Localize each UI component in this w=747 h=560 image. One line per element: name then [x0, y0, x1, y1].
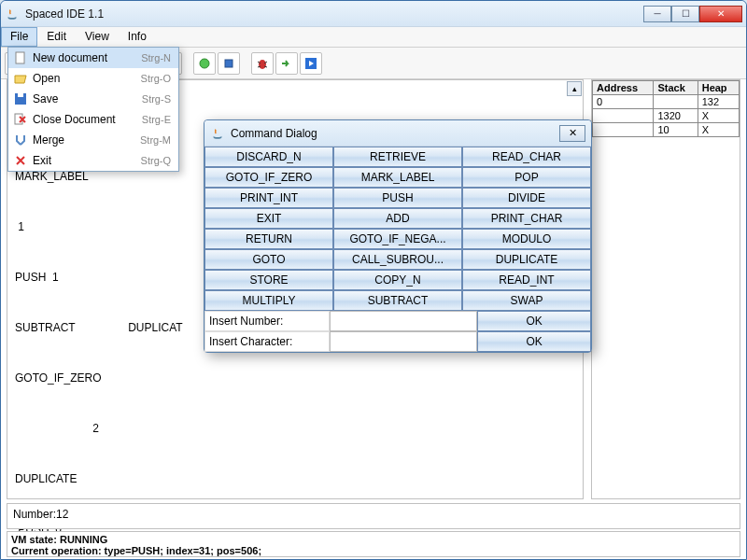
- merge-icon: [12, 133, 29, 147]
- menu-item-label: Open: [29, 72, 141, 85]
- table-row: 10X: [593, 123, 740, 137]
- status-vm-state: VM state: RUNNING: [11, 534, 736, 545]
- insert-character-label: Insert Character:: [204, 331, 330, 352]
- cmd-pop-button[interactable]: POP: [462, 167, 591, 188]
- save-icon: [12, 92, 29, 105]
- insert-character-input[interactable]: [330, 331, 477, 352]
- titlebar[interactable]: Spaced IDE 1.1 ─ ☐ ✕: [1, 1, 746, 27]
- cmd-duplicate-button[interactable]: DUPLICATE: [462, 249, 591, 270]
- mem-header-heap[interactable]: Heap: [698, 81, 739, 95]
- menu-info[interactable]: Info: [119, 27, 156, 47]
- svg-rect-13: [305, 58, 317, 69]
- insert-number-ok-button[interactable]: OK: [477, 311, 591, 331]
- editor-line: DUPLICATE: [15, 470, 575, 487]
- cmd-swap-button[interactable]: SWAP: [462, 290, 591, 311]
- menu-item-label: Close Document: [29, 113, 142, 126]
- cmd-return-button[interactable]: RETURN: [204, 229, 333, 249]
- close-doc-icon: [12, 113, 29, 126]
- menu-item-label: Exit: [29, 154, 141, 167]
- svg-rect-14: [16, 52, 24, 63]
- cmd-print-int-button[interactable]: PRINT_INT: [204, 188, 333, 208]
- toolbar-resume-button[interactable]: [300, 52, 322, 75]
- cmd-modulo-button[interactable]: MODULO: [462, 229, 591, 249]
- toolbar-step-button[interactable]: [275, 52, 298, 75]
- menu-item-shortcut: Strg-Q: [141, 155, 171, 166]
- menu-item-new-document[interactable]: New document Strg-N: [8, 48, 178, 68]
- scrollbar-up-icon[interactable]: ▴: [567, 81, 582, 96]
- cmd-read-int-button[interactable]: READ_INT: [462, 270, 591, 290]
- cmd-exit-button[interactable]: EXIT: [204, 208, 333, 229]
- menu-item-shortcut: Strg-E: [142, 114, 171, 125]
- insert-character-ok-button[interactable]: OK: [477, 331, 591, 352]
- menu-item-label: New document: [29, 51, 141, 64]
- command-dialog-close-button[interactable]: ✕: [559, 125, 585, 142]
- maximize-button[interactable]: ☐: [671, 6, 699, 22]
- svg-rect-16: [18, 93, 23, 97]
- command-dialog[interactable]: Command Dialog ✕ DISCARD_N RETRIEVE READ…: [204, 119, 592, 353]
- cmd-discard-n-button[interactable]: DISCARD_N: [204, 147, 333, 167]
- cmd-mark-label-button[interactable]: MARK_LABEL: [333, 167, 462, 188]
- exit-icon: [12, 154, 29, 167]
- toolbar-stop-button[interactable]: [218, 52, 240, 75]
- svg-line-10: [264, 62, 267, 63]
- cmd-retrieve-button[interactable]: RETRIEVE: [333, 147, 462, 167]
- cmd-read-char-button[interactable]: READ_CHAR: [462, 147, 591, 167]
- cmd-goto-if-zero-button[interactable]: GOTO_IF_ZERO: [204, 167, 333, 188]
- output-text: Number:12: [13, 508, 68, 521]
- mem-header-stack[interactable]: Stack: [654, 81, 698, 95]
- memory-pane: Address Stack Heap 0132 1320X 10X: [591, 79, 740, 499]
- svg-point-8: [259, 60, 266, 69]
- menu-item-open[interactable]: Open Strg-O: [8, 68, 178, 89]
- menu-edit[interactable]: Edit: [37, 27, 76, 47]
- output-pane[interactable]: Number:12: [7, 503, 740, 529]
- menu-item-label: Merge: [29, 133, 140, 147]
- menu-item-close-document[interactable]: Close Document Strg-E: [8, 109, 178, 130]
- menu-item-save[interactable]: Save Strg-S: [8, 89, 178, 109]
- menu-item-shortcut: Strg-M: [140, 134, 171, 146]
- editor-line: 2: [15, 420, 575, 437]
- svg-line-11: [258, 66, 261, 67]
- memory-table: Address Stack Heap 0132 1320X 10X: [592, 80, 740, 137]
- doc-icon: [12, 51, 29, 64]
- status-current-op: Current operation: type=PUSH; index=31; …: [11, 545, 736, 556]
- svg-point-6: [200, 59, 209, 68]
- menu-view[interactable]: View: [76, 27, 119, 47]
- cmd-goto-if-nega-button[interactable]: GOTO_IF_NEGA...: [333, 229, 462, 249]
- open-icon: [12, 72, 29, 85]
- cmd-subtract-button[interactable]: SUBTRACT: [333, 290, 462, 311]
- table-row: 0132: [593, 95, 740, 109]
- menu-item-shortcut: Strg-N: [141, 52, 171, 63]
- cmd-multiply-button[interactable]: MULTIPLY: [204, 290, 333, 311]
- menu-item-shortcut: Strg-O: [141, 73, 171, 84]
- java-icon: [5, 7, 20, 21]
- window-title: Spaced IDE 1.1: [25, 7, 104, 21]
- svg-line-12: [264, 66, 267, 67]
- java-icon: [210, 126, 225, 141]
- cmd-push-button[interactable]: PUSH: [333, 188, 462, 208]
- toolbar-run-button[interactable]: [193, 52, 216, 75]
- command-dialog-title: Command Dialog: [231, 127, 317, 140]
- toolbar-debug-button[interactable]: [251, 52, 274, 75]
- cmd-call-subrou-button[interactable]: CALL_SUBROU...: [333, 249, 462, 270]
- cmd-divide-button[interactable]: DIVIDE: [462, 188, 591, 208]
- command-dialog-titlebar[interactable]: Command Dialog ✕: [204, 120, 591, 147]
- table-row: 1320X: [593, 109, 740, 123]
- menu-item-shortcut: Strg-S: [142, 93, 171, 105]
- menubar: File Edit View Info: [1, 27, 746, 48]
- cmd-store-button[interactable]: STORE: [204, 270, 333, 290]
- command-button-grid: DISCARD_N RETRIEVE READ_CHAR GOTO_IF_ZER…: [204, 147, 591, 311]
- minimize-button[interactable]: ─: [643, 6, 671, 22]
- cmd-copy-n-button[interactable]: COPY_N: [333, 270, 462, 290]
- cmd-add-button[interactable]: ADD: [333, 208, 462, 229]
- menu-item-label: Save: [29, 92, 142, 105]
- cmd-print-char-button[interactable]: PRINT_CHAR: [462, 208, 591, 229]
- status-bar: VM state: RUNNING Current operation: typ…: [7, 531, 740, 557]
- menu-item-exit[interactable]: Exit Strg-Q: [8, 150, 178, 171]
- close-button[interactable]: ✕: [699, 6, 742, 22]
- mem-header-address[interactable]: Address: [593, 81, 654, 95]
- cmd-goto-button[interactable]: GOTO: [204, 249, 333, 270]
- insert-number-input[interactable]: [330, 311, 477, 331]
- menu-file[interactable]: File: [1, 27, 37, 47]
- editor-line: GOTO_IF_ZERO: [15, 370, 575, 386]
- menu-item-merge[interactable]: Merge Strg-M: [8, 130, 178, 150]
